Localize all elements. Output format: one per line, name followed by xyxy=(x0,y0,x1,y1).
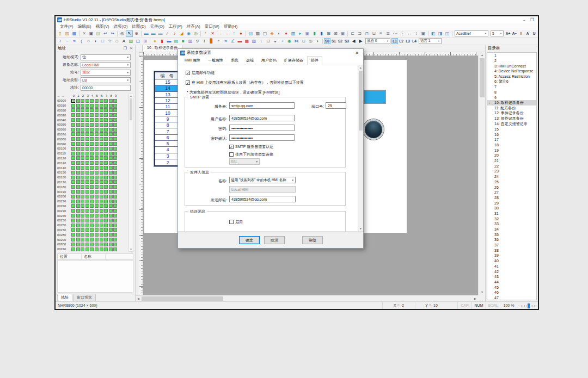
bit-cell[interactable] xyxy=(85,185,89,189)
state-2-button[interactable]: S2 xyxy=(337,38,344,44)
open-file-icon[interactable]: ▨ xyxy=(64,30,71,37)
ok-button[interactable]: 确定 xyxy=(239,236,260,244)
bit-cell[interactable] xyxy=(85,204,89,208)
bit-cell[interactable] xyxy=(95,118,99,122)
bit-cell[interactable] xyxy=(100,204,103,208)
bit-cell[interactable] xyxy=(90,214,94,218)
bit-cell[interactable] xyxy=(95,200,99,203)
bit-cell[interactable] xyxy=(109,195,113,199)
bit-cell[interactable] xyxy=(109,214,113,218)
dialog-tab-3[interactable]: 远端 xyxy=(242,56,258,65)
bit-cell[interactable] xyxy=(71,99,75,103)
bit-cell[interactable] xyxy=(90,243,94,246)
tree-item-32[interactable]: 32 xyxy=(487,216,536,221)
bit-cell[interactable] xyxy=(104,224,108,227)
bit-cell[interactable] xyxy=(71,118,75,122)
tree-item-43[interactable]: 43 xyxy=(487,274,536,280)
bit-cell[interactable] xyxy=(81,209,84,213)
prev-state-icon[interactable]: ◀ xyxy=(350,38,357,45)
bit-cell[interactable] xyxy=(113,152,117,156)
enable-mail-checkbox[interactable]: ✓ 启用邮件功能 xyxy=(186,70,215,76)
record-icon[interactable]: ● xyxy=(237,30,244,37)
arrow-right-orange-icon[interactable]: → xyxy=(216,30,223,37)
bit-cell[interactable] xyxy=(71,132,75,136)
canvas-button-element[interactable] xyxy=(363,119,384,140)
bit-cell[interactable] xyxy=(109,108,113,112)
bit-cell[interactable] xyxy=(81,195,84,199)
align-center-v-icon[interactable]: ≣ xyxy=(384,30,391,37)
window-split-h-icon[interactable]: ◫ xyxy=(444,30,451,37)
bit-cell[interactable] xyxy=(85,128,89,132)
tree-item-8[interactable]: 8 xyxy=(487,90,536,95)
same-height-icon[interactable]: ↕ xyxy=(413,30,420,37)
redo-icon[interactable]: ↪ xyxy=(109,30,116,37)
bit-cell[interactable] xyxy=(104,204,108,208)
bit-cell[interactable] xyxy=(95,233,99,237)
bit-cell[interactable] xyxy=(81,200,84,203)
bit-cell[interactable] xyxy=(113,180,117,184)
scrollbar-thumb[interactable] xyxy=(359,71,363,131)
bit-cell[interactable] xyxy=(109,204,113,208)
bit-cell[interactable] xyxy=(95,190,99,194)
bit-cell[interactable] xyxy=(85,142,89,146)
bit-cell[interactable] xyxy=(95,214,99,218)
tree-item-47[interactable]: 47 xyxy=(487,295,536,300)
tree-item-12[interactable]: 12: 事件记录备份 xyxy=(487,111,536,116)
bit-cell[interactable] xyxy=(113,147,117,151)
bit-cell[interactable] xyxy=(81,204,84,208)
bit-cell[interactable] xyxy=(104,176,108,179)
globe-icon[interactable]: ◉ xyxy=(185,30,192,37)
undo-icon[interactable]: ↩ xyxy=(102,30,109,37)
bit-cell[interactable] xyxy=(76,161,80,165)
paste-icon[interactable]: ▤ xyxy=(95,30,102,37)
layers-icon[interactable]: ▣ xyxy=(339,30,346,37)
bit-cell[interactable] xyxy=(81,128,84,132)
bit-cell[interactable] xyxy=(90,152,94,156)
font-size-combo[interactable]: 5▼ xyxy=(491,30,504,36)
bit-cell[interactable] xyxy=(76,190,80,194)
bit-cell[interactable] xyxy=(95,147,99,151)
table-icon[interactable]: ⊞ xyxy=(142,38,149,45)
window-split-right-icon[interactable]: ◨ xyxy=(437,30,444,37)
zoom-out-icon[interactable]: – xyxy=(518,302,520,309)
delete-icon[interactable]: ✕ xyxy=(209,30,216,37)
bit-cell[interactable] xyxy=(85,118,89,122)
align-top-icon[interactable]: ⊓ xyxy=(363,30,370,37)
bit-cell[interactable] xyxy=(104,118,108,122)
bit-cell[interactable] xyxy=(71,128,75,132)
bit-cell[interactable] xyxy=(113,137,117,141)
float-panel-icon[interactable]: ❐ xyxy=(124,46,127,51)
bit-cell[interactable] xyxy=(109,228,113,232)
tree-item-21[interactable]: 21 xyxy=(487,158,536,164)
bit-cell[interactable] xyxy=(81,147,84,151)
bit-cell[interactable] xyxy=(113,108,117,112)
bit-cell[interactable] xyxy=(109,132,113,136)
bit-cell[interactable] xyxy=(109,113,113,117)
dialog-scrollbar[interactable]: ▲ ▼ xyxy=(358,65,363,231)
tree-item-39[interactable]: 39 xyxy=(487,253,536,258)
bit-cell[interactable] xyxy=(104,243,108,246)
bit-cell[interactable] xyxy=(76,108,80,112)
bit-cell[interactable] xyxy=(85,137,89,141)
word-button-icon[interactable]: ▤ xyxy=(173,38,180,45)
tree-item-7[interactable]: 7 xyxy=(487,84,536,90)
scroll-down-icon[interactable]: ▼ xyxy=(358,226,363,231)
bit-cell[interactable] xyxy=(85,132,89,136)
bit-cell[interactable] xyxy=(104,128,108,132)
bit-cell[interactable] xyxy=(71,156,75,160)
bit-cell[interactable] xyxy=(81,152,84,156)
bit-cell[interactable] xyxy=(100,180,103,184)
bit-cell[interactable] xyxy=(90,195,94,199)
bit-cell[interactable] xyxy=(100,233,103,237)
scrollbar-thumb[interactable] xyxy=(130,98,132,120)
tree-item-3[interactable]: 3: HMI UnConnect xyxy=(487,63,536,69)
bit-cell[interactable] xyxy=(81,118,84,122)
bit-cell[interactable] xyxy=(90,113,94,117)
tree-item-5[interactable]: 5: Access Restriction xyxy=(487,74,536,79)
bit-cell[interactable] xyxy=(95,108,99,112)
table-row[interactable]: 11 xyxy=(155,104,180,110)
dialog-close-icon[interactable]: ✕ xyxy=(353,51,361,55)
tree-item-11[interactable]: 11: 配方备份 xyxy=(487,106,536,111)
bit-cell[interactable] xyxy=(90,123,94,127)
bit-cell[interactable] xyxy=(85,108,89,112)
